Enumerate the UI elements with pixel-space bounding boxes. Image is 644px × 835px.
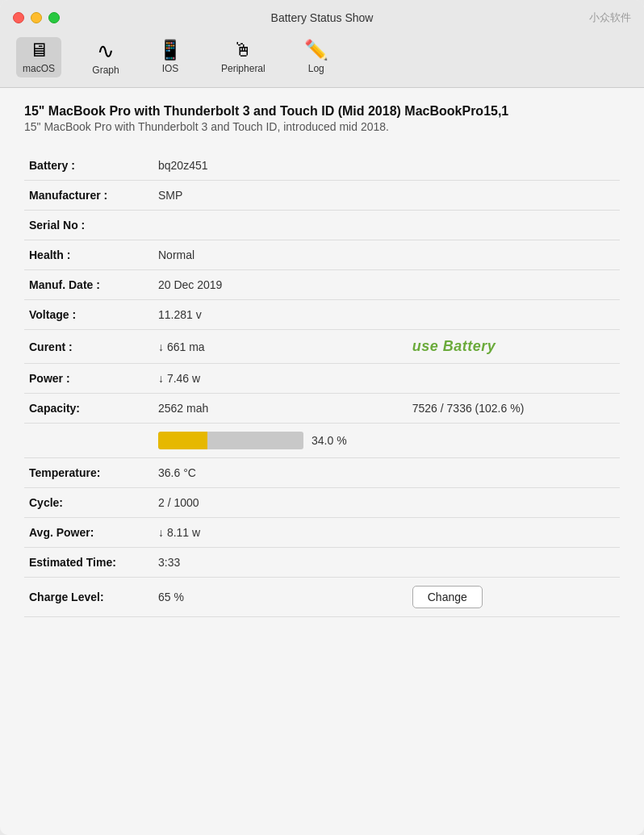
health-label: Health :: [24, 240, 153, 270]
estimated-time-label: Estimated Time:: [24, 548, 153, 578]
power-label: Power :: [24, 364, 153, 394]
charge-level-label: Charge Level:: [24, 578, 153, 617]
table-row: Cycle: 2 / 1000: [24, 488, 620, 518]
power-value: ↓ 7.46 w: [153, 364, 408, 394]
progress-bar-background: [158, 432, 303, 449]
progress-bar-fill: [158, 432, 207, 449]
current-label: Curent :: [24, 330, 153, 364]
manuf-date-value: 20 Dec 2019: [153, 270, 408, 300]
voltage-value: 11.281 v: [153, 300, 408, 330]
battery-value: bq20z451: [153, 151, 408, 181]
estimated-time-value: 3:33: [153, 548, 408, 578]
app-window: Battery Status Show 小众软件 🖥 macOS ∿ Graph…: [0, 0, 644, 835]
table-row: Health : Normal: [24, 240, 620, 270]
title-bar: Battery Status Show 小众软件: [0, 0, 644, 32]
progress-row: 34.0 %: [24, 424, 620, 458]
manuf-date-label: Manuf. Date :: [24, 270, 153, 300]
tab-graph[interactable]: ∿ Graph: [86, 37, 126, 79]
avg-power-value: ↓ 8.11 w: [153, 518, 408, 548]
charge-level-value: 65 %: [153, 578, 408, 617]
minimize-button[interactable]: [31, 12, 42, 23]
battery-label: Battery :: [24, 151, 153, 181]
device-title: 15" MacBook Pro with Thunderbolt 3 and T…: [24, 104, 620, 119]
table-row: Avg. Power: ↓ 8.11 w: [24, 518, 620, 548]
capacity-value: 2562 mah: [153, 394, 408, 424]
table-row: Temperature: 36.6 °C: [24, 458, 620, 488]
change-button[interactable]: Change: [412, 586, 483, 608]
current-value: ↓ 661 ma: [153, 330, 408, 364]
health-value: Normal: [153, 240, 408, 270]
tab-peripheral-label: Peripheral: [221, 63, 266, 74]
table-row: Curent : ↓ 661 ma use Battery: [24, 330, 620, 364]
serial-value: [153, 211, 408, 240]
toolbar: 🖥 macOS ∿ Graph 📱 IOS 🖱 Peripheral ✏️ Lo…: [0, 32, 644, 88]
device-subtitle: 15" MacBook Pro with Thunderbolt 3 and T…: [24, 120, 620, 133]
tab-peripheral[interactable]: 🖱 Peripheral: [215, 37, 272, 77]
watermark-text: 小众软件: [589, 10, 631, 25]
ios-icon: 📱: [158, 40, 182, 60]
manufacturer-label: Manufacturer :: [24, 181, 153, 211]
tab-ios-label: IOS: [162, 63, 179, 74]
peripheral-icon: 🖱: [233, 40, 253, 60]
window-title: Battery Status Show: [271, 11, 374, 24]
table-row: Capacity: 2562 mah 7526 / 7336 (102.6 %): [24, 394, 620, 424]
capacity-extra: 7526 / 7336 (102.6 %): [408, 394, 620, 424]
temperature-label: Temperature:: [24, 458, 153, 488]
table-row: Charge Level: 65 % Change: [24, 578, 620, 617]
log-icon: ✏️: [304, 40, 328, 60]
main-content: 15" MacBook Pro with Thunderbolt 3 and T…: [0, 88, 644, 835]
progress-label: 34.0 %: [312, 434, 347, 447]
serial-label: Serial No :: [24, 211, 153, 240]
use-battery-text: use Battery: [412, 338, 496, 354]
traffic-lights: [13, 12, 60, 23]
tab-graph-label: Graph: [92, 65, 119, 76]
table-row: Estimated Time: 3:33: [24, 548, 620, 578]
cycle-value: 2 / 1000: [153, 488, 408, 518]
tab-log[interactable]: ✏️ Log: [296, 37, 337, 77]
manufacturer-value: SMP: [153, 181, 408, 211]
table-row: Manuf. Date : 20 Dec 2019: [24, 270, 620, 300]
tab-macos[interactable]: 🖥 macOS: [16, 37, 61, 77]
maximize-button[interactable]: [48, 12, 60, 23]
table-row: Manufacturer : SMP: [24, 181, 620, 211]
table-row: Voltage : 11.281 v: [24, 300, 620, 330]
capacity-label: Capacity:: [24, 394, 153, 424]
close-button[interactable]: [13, 12, 24, 23]
avg-power-label: Avg. Power:: [24, 518, 153, 548]
progress-container: 34.0 %: [158, 432, 615, 449]
tab-ios[interactable]: 📱 IOS: [150, 37, 190, 77]
tab-macos-label: macOS: [23, 63, 55, 74]
battery-info-table: Battery : bq20z451 Manufacturer : SMP Se…: [24, 151, 620, 617]
table-row: Battery : bq20z451: [24, 151, 620, 181]
table-row: Serial No :: [24, 211, 620, 240]
cycle-label: Cycle:: [24, 488, 153, 518]
macos-icon: 🖥: [29, 40, 48, 60]
graph-icon: ∿: [97, 40, 115, 61]
tab-log-label: Log: [308, 63, 324, 74]
temperature-value: 36.6 °C: [153, 458, 408, 488]
voltage-label: Voltage :: [24, 300, 153, 330]
table-row: Power : ↓ 7.46 w: [24, 364, 620, 394]
